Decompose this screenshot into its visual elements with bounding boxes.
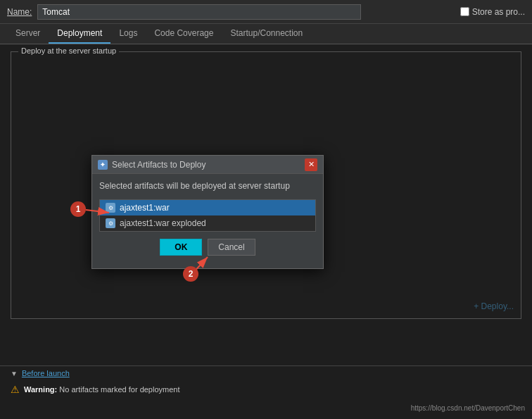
annotation-1: 1 [70,201,86,217]
name-label: Name: [7,7,32,17]
url-watermark: https://blog.csdn.net/DavenportChen [411,404,525,412]
artifact-icon-1: ⚙ [106,218,115,228]
warning-text: Warning: No artifacts marked for deploym… [24,385,180,394]
tab-startup-connection[interactable]: Startup/Connection [222,24,311,44]
dialog-body: Selected artifacts will be deployed at s… [92,174,323,268]
warning-detail: No artifacts marked for deployment [59,385,179,394]
warning-bar: ⚠ Warning: No artifacts marked for deplo… [0,381,532,398]
tabs-bar: Server Deployment Logs Code Coverage Sta… [0,24,532,44]
dialog-message: Selected artifacts will be deployed at s… [99,181,316,194]
artifact-name-0: ajaxtest1:war [120,203,170,213]
warning-icon: ⚠ [11,384,20,395]
artifact-list: ⚙ ajaxtest1:war ⚙ ajaxtest1:war exploded [99,199,316,232]
dialog-title-left: ✦ Select Artifacts to Deploy [98,160,205,170]
dialog-title-text: Select Artifacts to Deploy [112,160,205,170]
store-as-proj-label: Store as pro... [472,7,525,17]
ok-button[interactable]: OK [160,239,202,256]
top-bar: Name: Store as pro... [0,0,532,24]
name-input[interactable] [37,4,361,20]
tab-deployment[interactable]: Deployment [49,24,110,44]
deploy-button-hint: + Deploy... [474,301,514,311]
dialog-buttons: OK Cancel [99,232,316,261]
artifact-name-1: ajaxtest1:war exploded [120,218,206,228]
artifact-icon-0: ⚙ [106,203,115,213]
tab-code-coverage[interactable]: Code Coverage [146,24,222,44]
deploy-section-title: Deploy at the server startup [18,46,119,55]
before-launch-bar: ▼ Before launch [0,365,532,380]
expand-icon: ▼ [11,370,18,377]
before-launch-label[interactable]: Before launch [22,369,70,377]
tab-logs[interactable]: Logs [110,24,146,44]
cancel-button[interactable]: Cancel [208,239,255,256]
store-as-proj: Store as pro... [460,7,525,17]
store-as-proj-checkbox[interactable] [460,7,469,16]
dialog-titlebar: ✦ Select Artifacts to Deploy ✕ [92,156,323,174]
dialog-close-button[interactable]: ✕ [305,158,317,171]
annotation-2: 2 [183,266,198,282]
artifact-item-1[interactable]: ⚙ ajaxtest1:war exploded [100,215,315,231]
select-artifacts-dialog: ✦ Select Artifacts to Deploy ✕ Selected … [91,155,324,269]
tab-server[interactable]: Server [7,24,49,44]
warning-bold: Warning: [24,385,59,394]
artifact-item-0[interactable]: ⚙ ajaxtest1:war [100,200,315,215]
dialog-icon: ✦ [98,160,108,170]
